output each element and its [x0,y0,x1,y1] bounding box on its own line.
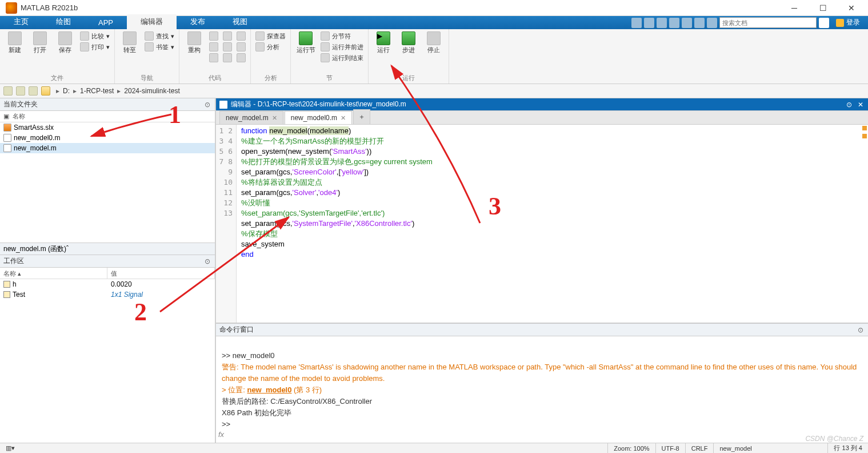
status-function[interactable]: new_model [713,443,827,453]
code-content[interactable]: function new_model(modelname) %建立一个名为Sma… [237,125,868,323]
line-gutter: 1 2 3 4 5 6 7 8 9 10 11 12 13 [216,125,237,323]
command-window-header: 命令行窗口 ⊙ [216,324,868,336]
warning-marker-icon[interactable] [862,126,867,130]
code-editor[interactable]: 1 2 3 4 5 6 7 8 9 10 11 12 13 function n… [216,125,868,323]
file-row[interactable]: new_model0.m [0,133,215,143]
code-b3[interactable] [223,53,232,62]
new-tab-button[interactable]: ＋ [353,109,370,124]
code-b5[interactable] [237,42,246,51]
watermark: CSDN @Chance Z [805,435,863,443]
search-icon[interactable] [819,18,829,28]
analyze-icon [255,42,265,51]
path-fwd-icon[interactable] [16,86,25,96]
compare-button[interactable]: 比较 ▾ [80,31,110,41]
window-title: MATLAB R2021b [21,3,786,12]
qat-help-icon[interactable] [707,18,717,28]
col-name[interactable]: 名称 [13,112,25,121]
section-break-button[interactable]: 分节符 [321,31,363,41]
code-b2[interactable] [223,42,232,51]
profiler-button[interactable]: 探查器 [255,31,286,41]
run-to-end-button[interactable]: 运行到结束 [321,53,363,62]
section-break-icon [321,31,330,41]
qat-copy-icon[interactable] [657,18,667,28]
ws-col-value[interactable]: 值 [107,268,215,279]
ws-col-name[interactable]: 名称 ▴ [0,268,107,279]
qat-save-icon[interactable] [631,18,642,28]
run-advance-icon [321,42,330,51]
code-fx-button[interactable] [209,31,218,41]
run-button[interactable]: ▶运行 [373,31,394,53]
save-button[interactable]: 保存 [55,31,75,53]
maximize-button[interactable]: ☐ [814,2,831,14]
new-button[interactable]: 新建 [5,31,25,53]
tab-editor[interactable]: 编辑器 [127,14,177,29]
path-seg-2[interactable]: 2024-simulink-test [124,87,179,95]
stop-button[interactable]: 停止 [423,31,444,53]
panel-close-icon[interactable]: ✕ [857,101,865,109]
editor-tab[interactable]: new_model0.m✕ [285,111,352,124]
qat-undo-icon[interactable] [682,18,692,28]
col-triangle[interactable]: ▣ [3,113,9,120]
panel-menu-icon[interactable]: ⊙ [857,326,865,334]
compare-icon [80,31,89,41]
qat-redo-icon[interactable] [694,18,705,28]
path-up-icon[interactable] [29,86,38,96]
status-zoom[interactable]: Zoom: 100% [607,443,655,453]
close-button[interactable]: ✕ [843,2,860,14]
code-b1[interactable] [223,31,232,41]
tab-publish[interactable]: 发布 [177,14,219,29]
tab-close-icon[interactable]: ✕ [341,114,346,122]
search-docs-input[interactable] [719,17,817,28]
file-detail-header[interactable]: new_model.m (函数)ˆ [0,243,215,255]
code-comment-button[interactable] [209,42,218,51]
find-icon [145,31,154,41]
step-button[interactable]: 步进 [398,31,419,53]
run-advance-button[interactable]: 运行并前进 [321,42,363,51]
tab-plots[interactable]: 绘图 [42,14,85,29]
print-button[interactable]: 打印 ▾ [80,42,110,51]
run-end-icon [321,53,330,62]
qat-cut-icon[interactable] [644,18,654,28]
tab-apps[interactable]: APP [85,16,127,29]
var-icon [3,281,10,288]
editor-tab[interactable]: new_model.m✕ [219,111,283,124]
code-b6[interactable] [237,53,246,62]
find-button[interactable]: 查找 ▾ [145,31,174,41]
panel-menu-icon[interactable]: ⊙ [203,101,211,109]
path-root[interactable]: D: [63,87,70,95]
qat-paste-icon[interactable] [669,18,679,28]
file-row[interactable]: SmartAss.slx [0,122,215,133]
ws-row[interactable]: Test 1x1 Signal [0,289,215,300]
panel-menu-icon[interactable]: ⊙ [845,101,853,109]
panel-menu-icon[interactable]: ⊙ [203,257,211,265]
path-seg-1[interactable]: 1-RCP-test [80,87,114,95]
expand-icon[interactable]: ˆ [66,245,69,253]
code-indent-button[interactable] [209,53,218,62]
bookmark-button[interactable]: 书签 ▾ [145,42,174,51]
run-section-button[interactable]: 运行节 [295,31,316,53]
login-button[interactable]: 登录 [831,18,865,27]
status-eol[interactable]: CRLF [685,443,714,453]
code-b4[interactable] [237,31,246,41]
tab-close-icon[interactable]: ✕ [272,114,277,122]
file-row[interactable]: new_model.m [0,143,215,153]
warning-location-link[interactable]: new_model0 [247,386,291,394]
goto-button[interactable]: 转至 [119,31,140,53]
breadcrumb[interactable]: ▸D: ▸1-RCP-test ▸2024-simulink-test [54,87,180,95]
refactor-button[interactable]: 重构 [184,31,205,53]
analyze-button[interactable]: 分析 [255,42,286,51]
open-button[interactable]: 打开 [30,31,50,53]
status-position: 行 13 列 4 [827,443,868,453]
minimize-button[interactable]: ─ [786,2,803,14]
tab-view[interactable]: 视图 [219,14,261,29]
path-browse-icon[interactable] [41,86,50,96]
command-window[interactable]: >> new_model0 警告: The model name 'SmartA… [216,336,868,443]
tab-home[interactable]: 主页 [0,14,42,29]
warning-marker-icon[interactable] [862,134,867,138]
status-encoding[interactable]: UTF-8 [655,443,685,453]
bookmark-icon [145,42,154,51]
path-back-icon[interactable] [3,86,13,96]
ws-row[interactable]: h 0.0020 [0,279,215,289]
fx-prompt-icon[interactable]: fx [218,429,224,440]
editor-tabs: new_model.m✕ new_model0.m✕ ＋ [216,111,868,125]
